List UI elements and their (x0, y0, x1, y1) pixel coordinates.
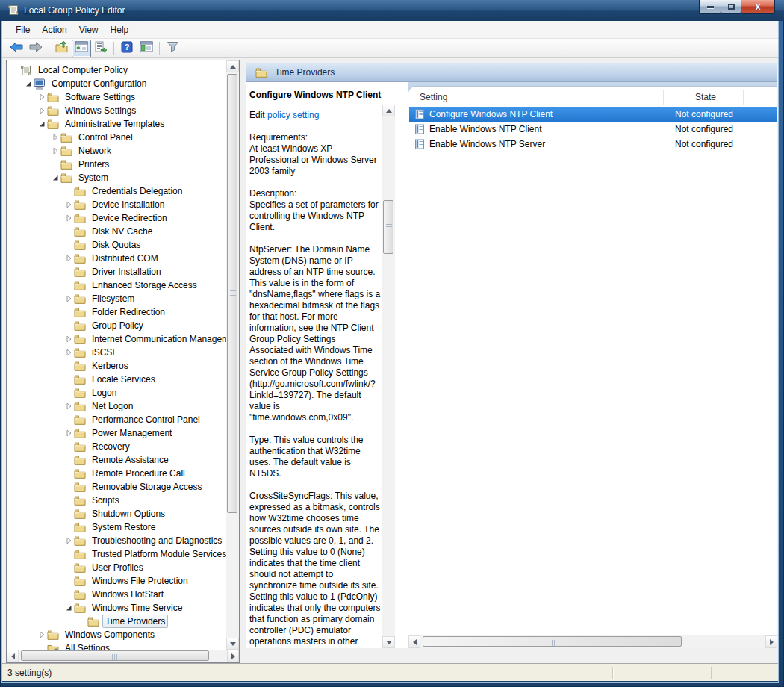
up-one-level-button[interactable] (52, 40, 72, 57)
tree-scroll-left-button[interactable] (7, 650, 19, 662)
menu-item-action[interactable]: Action (36, 22, 72, 37)
collapse-arrow-icon[interactable] (50, 174, 60, 181)
expand-arrow-icon[interactable] (63, 214, 74, 222)
expand-arrow-icon[interactable] (63, 335, 74, 343)
expand-arrow-icon[interactable] (50, 147, 60, 155)
column-header-state[interactable]: State (668, 92, 743, 102)
tree-item-removable-storage-access[interactable]: Removable Storage Access (7, 480, 226, 494)
tree-horizontal-scrollbar[interactable] (7, 650, 239, 662)
expand-arrow-icon[interactable] (37, 93, 47, 101)
tree-scroll-up-button[interactable] (226, 60, 239, 72)
tree-item-filesystem[interactable]: Filesystem (7, 292, 226, 305)
tree-item-device-redirection[interactable]: Device Redirection (7, 211, 226, 225)
expand-arrow-icon[interactable] (63, 537, 74, 544)
expand-arrow-icon[interactable] (63, 255, 74, 262)
tree-item-network[interactable]: Network (7, 144, 226, 158)
expand-arrow-icon[interactable] (63, 402, 74, 410)
expand-arrow-icon[interactable] (63, 429, 74, 437)
tree-item-windows-time-service[interactable]: Windows Time Service (7, 601, 226, 615)
setting-row-configure-windows-ntp-client[interactable]: Configure Windows NTP ClientNot configur… (409, 107, 777, 122)
expand-arrow-icon[interactable] (37, 631, 47, 638)
tree-item-locale-services[interactable]: Locale Services (7, 373, 226, 386)
help-button[interactable]: ? (117, 40, 137, 57)
tree-vertical-scrollbar[interactable] (226, 60, 239, 650)
tree-item-system[interactable]: System (7, 171, 226, 184)
column-divider[interactable] (743, 90, 744, 105)
collapse-arrow-icon[interactable] (23, 80, 34, 87)
close-button[interactable]: x (741, 0, 775, 14)
expand-arrow-icon[interactable] (63, 295, 74, 302)
tree-scroll-right-button[interactable] (227, 650, 239, 662)
tree-item-credentials-delegation[interactable]: Credentials Delegation (7, 184, 226, 198)
forward-button[interactable] (26, 40, 46, 57)
tree-item-system-restore[interactable]: System Restore (7, 520, 226, 534)
minimize-button[interactable] (699, 0, 721, 14)
tree-item-performance-control-panel[interactable]: Performance Control Panel (7, 413, 226, 426)
description-scroll-down-button[interactable] (382, 636, 395, 648)
column-header-setting[interactable]: Setting (420, 92, 447, 102)
tree-item-disk-quotas[interactable]: Disk Quotas (7, 238, 226, 252)
edit-policy-setting-link[interactable]: policy setting (267, 110, 319, 120)
filter-button[interactable] (163, 40, 182, 57)
back-button[interactable] (7, 40, 26, 57)
tree-item-remote-assistance[interactable]: Remote Assistance (7, 453, 226, 467)
collapse-arrow-icon[interactable] (63, 604, 74, 612)
tree-item-trusted-platform-module-services[interactable]: Trusted Platform Module Services (7, 547, 226, 561)
tree-item-printers[interactable]: Printers (7, 158, 226, 171)
tree-item-software-settings[interactable]: Software Settings (7, 90, 226, 104)
list-scroll-left-button[interactable] (408, 635, 420, 648)
setting-row-enable-windows-ntp-server[interactable]: Enable Windows NTP ServerNot configured (409, 137, 777, 152)
tree-horizontal-scroll-thumb[interactable] (21, 650, 209, 661)
list-horizontal-scrollbar[interactable] (408, 635, 777, 648)
tree-item-troubleshooting-and-diagnostics[interactable]: Troubleshooting and Diagnostics (7, 534, 226, 547)
tree-item-internet-communication-management[interactable]: Internet Communication Management (7, 332, 226, 346)
tree-item-net-logon[interactable]: Net Logon (7, 400, 226, 413)
tree-vertical-scroll-thumb[interactable] (227, 74, 237, 513)
tree-item-device-installation[interactable]: Device Installation (7, 198, 226, 211)
expand-arrow-icon[interactable] (63, 349, 74, 356)
list-horizontal-scroll-thumb[interactable] (423, 636, 682, 647)
column-divider[interactable] (663, 90, 664, 105)
tree-item-logon[interactable]: Logon (7, 386, 226, 400)
tree-item-shutdown-options[interactable]: Shutdown Options (7, 507, 226, 520)
export-list-button[interactable] (91, 40, 111, 57)
titlebar[interactable]: Local Group Policy Editor (0, 0, 784, 21)
tree-item-power-management[interactable]: Power Management (7, 426, 226, 440)
description-scroll-up-button[interactable] (382, 105, 395, 116)
tree-item-kerberos[interactable]: Kerberos (7, 359, 226, 373)
tree-scroll-down-button[interactable] (226, 638, 239, 650)
tree-item-computer-configuration[interactable]: Computer Configuration (7, 77, 226, 90)
tree-item-windows-components[interactable]: Windows Components (7, 628, 226, 641)
tree-item-distributed-com[interactable]: Distributed COM (7, 252, 226, 265)
tree-item-time-providers[interactable]: Time Providers (7, 615, 226, 628)
tree-item-administrative-templates[interactable]: Administrative Templates (7, 117, 226, 131)
menu-item-help[interactable]: Help (105, 22, 135, 37)
tree-item-recovery[interactable]: Recovery (7, 440, 226, 453)
tree-item-group-policy[interactable]: Group Policy (7, 319, 226, 332)
tree-item-enhanced-storage-access[interactable]: Enhanced Storage Access (7, 279, 226, 292)
tree-item-windows-file-protection[interactable]: Windows File Protection (7, 574, 226, 588)
description-scrollbar[interactable] (382, 105, 395, 648)
description-scroll-thumb[interactable] (383, 200, 393, 254)
tree-item-remote-procedure-call[interactable]: Remote Procedure Call (7, 467, 226, 480)
tree-item-windows-settings[interactable]: Windows Settings (7, 104, 226, 117)
console-tree-toggle-button[interactable] (72, 40, 91, 57)
tree-item-driver-installation[interactable]: Driver Installation (7, 265, 226, 279)
expand-arrow-icon[interactable] (50, 134, 60, 141)
menu-item-file[interactable]: File (10, 22, 36, 37)
tree-item-windows-hotstart[interactable]: Windows HotStart (7, 588, 226, 601)
collapse-arrow-icon[interactable] (37, 120, 47, 128)
tree-item-disk-nv-cache[interactable]: Disk NV Cache (7, 225, 226, 238)
tree-item-user-profiles[interactable]: User Profiles (7, 561, 226, 574)
action-pane-toggle-button[interactable] (137, 40, 156, 57)
expand-arrow-icon[interactable] (63, 201, 74, 208)
tree-item-control-panel[interactable]: Control Panel (7, 131, 226, 144)
expand-arrow-icon[interactable] (37, 107, 47, 114)
tree-item-scripts[interactable]: Scripts (7, 494, 226, 507)
tree-item-local-computer-policy[interactable]: Local Computer Policy (7, 63, 226, 77)
tree-item-iscsi[interactable]: iSCSI (7, 346, 226, 359)
menu-item-view[interactable]: View (73, 22, 105, 37)
tree-item-folder-redirection[interactable]: Folder Redirection (7, 305, 226, 319)
tree-item-all-settings[interactable]: All Settings (7, 641, 226, 650)
list-scroll-right-button[interactable] (765, 635, 777, 648)
